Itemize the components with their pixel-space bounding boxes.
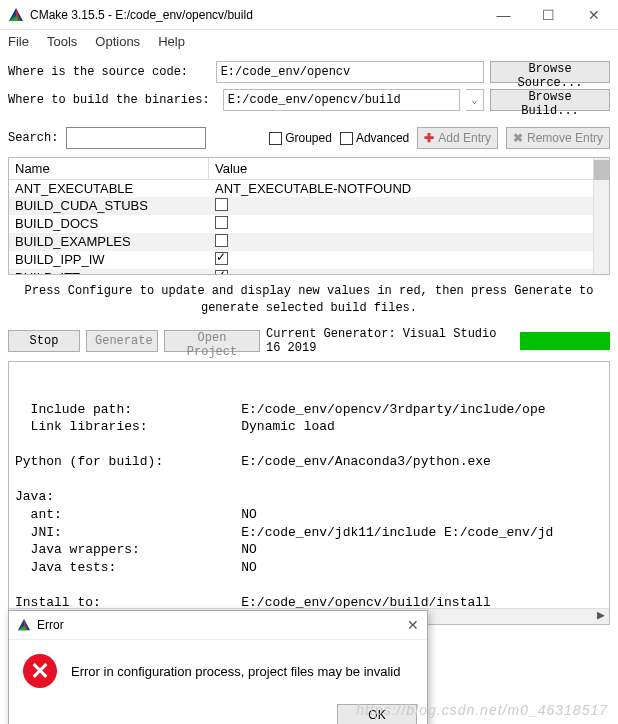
search-row: Search: Grouped Advanced ✚Add Entry ✖Rem… (0, 123, 618, 157)
close-button[interactable]: ✕ (571, 0, 616, 30)
cell-value[interactable] (209, 233, 609, 251)
cell-value[interactable] (209, 197, 609, 215)
menu-help[interactable]: Help (158, 34, 185, 49)
cache-table: Name Value ANT_EXECUTABLEANT_EXECUTABLE-… (8, 157, 610, 275)
menu-tools[interactable]: Tools (47, 34, 77, 49)
checkbox[interactable] (215, 270, 228, 275)
cell-name: BUILD_CUDA_STUBS (9, 197, 209, 215)
table-row[interactable]: BUILD_EXAMPLES (9, 233, 609, 251)
build-input[interactable] (223, 89, 460, 111)
window-title: CMake 3.15.5 - E:/code_env/opencv/build (30, 8, 481, 22)
hint-text: Press Configure to update and display ne… (0, 275, 618, 325)
browse-source-button[interactable]: Browse Source... (490, 61, 610, 83)
cell-name: BUILD_IPP_IW (9, 251, 209, 269)
menubar: File Tools Options Help (0, 30, 618, 55)
dialog-ok-button[interactable]: OK (337, 704, 417, 724)
remove-entry-button[interactable]: ✖Remove Entry (506, 127, 610, 149)
grouped-checkbox[interactable]: Grouped (269, 131, 332, 145)
titlebar: CMake 3.15.5 - E:/code_env/opencv/build … (0, 0, 618, 30)
source-label: Where is the source code: (8, 65, 210, 79)
menu-options[interactable]: Options (95, 34, 140, 49)
cell-name: ANT_EXECUTABLE (9, 180, 209, 197)
progress-bar (520, 332, 610, 350)
window-controls: — ☐ ✕ (481, 0, 616, 30)
open-project-button[interactable]: Open Project (164, 330, 260, 352)
action-row: Stop Generate Open Project Current Gener… (0, 325, 618, 361)
error-icon (23, 654, 57, 688)
col-header-value[interactable]: Value (209, 158, 609, 179)
search-input[interactable] (66, 127, 206, 149)
current-generator-label: Current Generator: Visual Studio 16 2019 (266, 327, 514, 355)
x-icon: ✖ (513, 131, 523, 145)
stop-button[interactable]: Stop (8, 330, 80, 352)
output-log[interactable]: Include path: E:/code_env/opencv/3rdpart… (8, 361, 610, 625)
col-header-name[interactable]: Name (9, 158, 209, 179)
error-dialog: Error ✕ Error in configuration process, … (8, 610, 428, 724)
add-entry-button[interactable]: ✚Add Entry (417, 127, 498, 149)
checkbox[interactable] (215, 252, 228, 265)
cmake-logo-icon (17, 618, 31, 632)
cell-name: BUILD_ITT (9, 269, 209, 275)
plus-icon: ✚ (424, 131, 434, 145)
cell-name: BUILD_EXAMPLES (9, 233, 209, 251)
output-text: Include path: E:/code_env/opencv/3rdpart… (15, 401, 603, 625)
table-row[interactable]: ANT_EXECUTABLEANT_EXECUTABLE-NOTFOUND (9, 180, 609, 197)
dialog-title: Error (37, 618, 407, 632)
table-row[interactable]: BUILD_IPP_IW (9, 251, 609, 269)
minimize-button[interactable]: — (481, 0, 526, 30)
table-row[interactable]: BUILD_DOCS (9, 215, 609, 233)
cell-value[interactable] (209, 215, 609, 233)
maximize-button[interactable]: ☐ (526, 0, 571, 30)
search-label: Search: (8, 131, 58, 145)
checkbox[interactable] (215, 234, 228, 247)
dialog-close-button[interactable]: ✕ (407, 617, 419, 633)
source-input[interactable] (216, 61, 484, 83)
checkbox[interactable] (215, 198, 228, 211)
browse-build-button[interactable]: Browse Build... (490, 89, 610, 111)
menu-file[interactable]: File (8, 34, 29, 49)
path-form: Where is the source code: Browse Source.… (0, 55, 618, 123)
advanced-checkbox[interactable]: Advanced (340, 131, 409, 145)
table-scrollbar[interactable] (593, 158, 609, 274)
checkbox[interactable] (215, 216, 228, 229)
cmake-logo-icon (8, 7, 24, 23)
cell-value[interactable] (209, 251, 609, 269)
generate-button[interactable]: Generate (86, 330, 158, 352)
cell-value[interactable]: ANT_EXECUTABLE-NOTFOUND (209, 180, 609, 197)
cell-value[interactable] (209, 269, 609, 275)
cell-name: BUILD_DOCS (9, 215, 209, 233)
build-dropdown-icon[interactable]: ⌄ (466, 89, 484, 111)
build-label: Where to build the binaries: (8, 93, 217, 107)
table-row[interactable]: BUILD_ITT (9, 269, 609, 275)
dialog-message: Error in configuration process, project … (71, 664, 400, 679)
table-row[interactable]: BUILD_CUDA_STUBS (9, 197, 609, 215)
